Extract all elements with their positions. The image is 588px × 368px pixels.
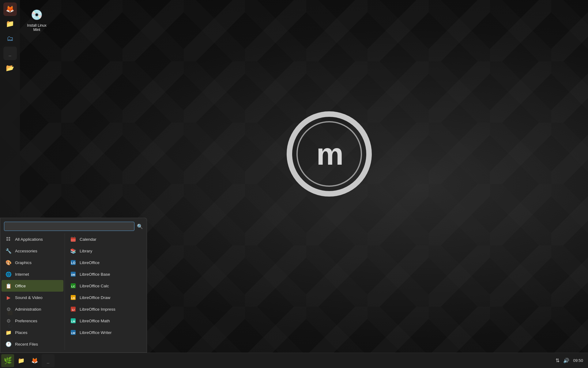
search-input[interactable]: [4, 222, 134, 231]
svg-rect-3: [6, 237, 8, 239]
menu-item-administration[interactable]: ⚙ Administration: [2, 303, 63, 315]
menu-left-column: All Applications 🔧 Accessories 🎨 Graphic…: [0, 233, 65, 350]
administration-icon: ⚙: [5, 306, 12, 312]
libreoffice-icon: LO: [70, 259, 77, 266]
desktop: m 💿 Install Linux Mint 🦊 📁 🗂 _ 📂 🔒 ↻ ⏻ 🔍: [0, 0, 588, 368]
svg-text:LD: LD: [71, 297, 75, 300]
all-applications-icon: [5, 236, 12, 243]
menu-item-libreoffice-impress[interactable]: LI LibreOffice Impress: [66, 303, 143, 315]
taskbar-firefox-button[interactable]: 🦊: [28, 354, 41, 367]
menu-item-recent-files[interactable]: 🕐 Recent Files: [2, 338, 63, 350]
menu-item-places[interactable]: 📁 Places: [2, 327, 63, 338]
libreoffice-math-icon: LM: [70, 317, 77, 324]
menu-item-preferences[interactable]: ⚙ Preferences: [2, 315, 63, 327]
menu-item-libreoffice-writer[interactable]: LW LibreOffice Writer: [66, 327, 143, 338]
taskbar-right: ⇅ 🔊 09:50: [556, 358, 588, 363]
menu-item-internet[interactable]: 🌐 Internet: [2, 268, 63, 280]
sound-video-icon: ▶: [5, 294, 12, 301]
menu-item-library[interactable]: 📚 Library: [66, 245, 143, 257]
start-button[interactable]: 🌿: [1, 354, 14, 367]
libreoffice-impress-icon: LI: [70, 306, 77, 312]
menu-item-libreoffice-calc[interactable]: LC LibreOffice Calc: [66, 280, 143, 292]
svg-rect-5: [6, 239, 8, 241]
menu-item-libreoffice-math[interactable]: LM LibreOffice Math: [66, 315, 143, 327]
menu-item-libreoffice-base[interactable]: DB LibreOffice Base: [66, 268, 143, 280]
mint-logo: m: [283, 108, 375, 201]
menu-item-calendar[interactable]: Calendar: [66, 233, 143, 245]
libreoffice-draw-icon: LD: [70, 294, 77, 301]
svg-rect-8: [71, 237, 76, 239]
system-clock: 09:50: [573, 358, 583, 363]
libreoffice-base-icon: DB: [70, 271, 77, 278]
install-icon-image: 💿: [29, 7, 44, 22]
svg-text:LO: LO: [71, 261, 75, 265]
libreoffice-calc-icon: LC: [70, 282, 77, 289]
svg-rect-10: [74, 236, 75, 238]
install-linux-mint-icon[interactable]: 💿 Install Linux Mint: [24, 7, 49, 32]
search-icon[interactable]: 🔍: [137, 224, 143, 229]
menu-item-sound-video[interactable]: ▶ Sound & Video: [2, 292, 63, 303]
taskbar-left: 🌿 📁 🦊 _: [0, 354, 56, 367]
sound-icon[interactable]: 🔊: [563, 358, 569, 363]
menu-right-column: Calendar 📚 Library LO LibreOffice: [65, 233, 144, 350]
install-icon-label: Install Linux Mint: [24, 23, 49, 32]
calendar-icon: [70, 236, 77, 243]
svg-text:LI: LI: [72, 308, 74, 311]
sidebar-icon-firefox[interactable]: 🦊: [3, 2, 17, 16]
places-icon: 📁: [5, 329, 12, 336]
svg-text:LC: LC: [71, 285, 75, 288]
search-bar: 🔍: [0, 218, 147, 233]
network-icon[interactable]: ⇅: [556, 358, 560, 363]
menu-item-graphics[interactable]: 🎨 Graphics: [2, 257, 63, 268]
sidebar-icon-stack[interactable]: 🗂: [3, 32, 17, 45]
graphics-icon: 🎨: [5, 259, 12, 266]
menu-item-all-applications[interactable]: All Applications: [2, 233, 63, 245]
recent-files-icon: 🕐: [5, 341, 12, 347]
menu-columns: All Applications 🔧 Accessories 🎨 Graphic…: [0, 233, 147, 350]
accessories-icon: 🔧: [5, 247, 12, 254]
taskbar: 🌿 📁 🦊 _ ⇅ 🔊 09:50: [0, 353, 588, 368]
start-menu: 🔍 All Applications: [0, 218, 147, 353]
svg-text:LM: LM: [71, 320, 75, 323]
svg-text:DB: DB: [71, 273, 75, 276]
libreoffice-writer-icon: LW: [70, 329, 77, 336]
menu-item-libreoffice-draw[interactable]: LD LibreOffice Draw: [66, 292, 143, 303]
svg-text:m: m: [316, 137, 342, 171]
svg-text:LW: LW: [71, 332, 75, 335]
menu-item-office[interactable]: 📋 Office: [2, 280, 63, 292]
taskbar-terminal-button[interactable]: _: [42, 354, 55, 367]
taskbar-files-button[interactable]: 📁: [15, 354, 28, 367]
sidebar-icon-folder[interactable]: 📂: [3, 61, 17, 75]
svg-rect-9: [72, 236, 72, 238]
sidebar-icon-terminal[interactable]: _: [3, 47, 17, 60]
svg-rect-4: [9, 237, 10, 239]
sidebar-icon-files[interactable]: 📁: [3, 17, 17, 31]
menu-item-libreoffice[interactable]: LO LibreOffice: [66, 257, 143, 268]
internet-icon: 🌐: [5, 271, 12, 278]
library-icon: 📚: [70, 247, 77, 254]
preferences-icon: ⚙: [5, 317, 12, 324]
office-icon: 📋: [5, 282, 12, 289]
svg-rect-6: [9, 239, 10, 241]
menu-item-accessories[interactable]: 🔧 Accessories: [2, 245, 63, 257]
